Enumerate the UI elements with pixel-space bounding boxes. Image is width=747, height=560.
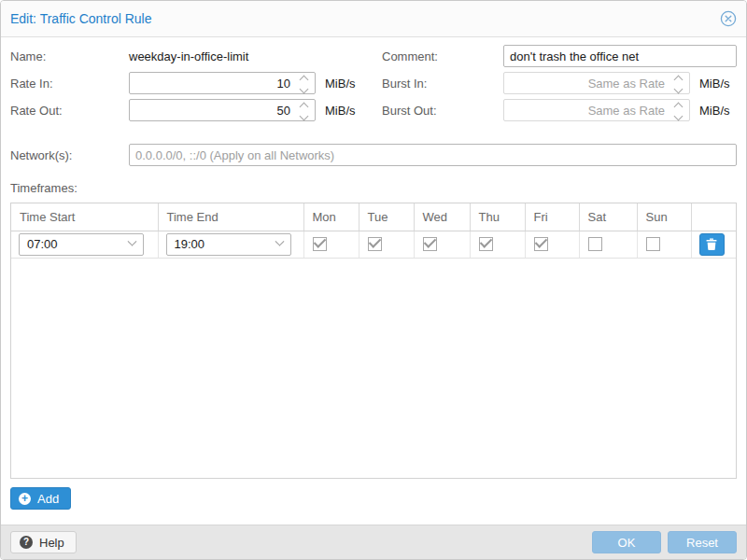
help-button-label: Help: [39, 536, 64, 550]
burst-in-label: Burst In:: [382, 77, 503, 91]
column-header-fri[interactable]: Fri: [525, 203, 579, 231]
form-column-right: Comment: Burst In: MiB/s Burst O: [382, 45, 737, 126]
spinner-up-icon[interactable]: [673, 76, 683, 85]
column-header-wed[interactable]: Wed: [414, 203, 470, 231]
plus-circle-icon: +: [19, 493, 31, 505]
burst-in-row: Burst In: MiB/s: [382, 72, 737, 94]
name-row: Name: weekday-in-office-limit: [10, 45, 382, 67]
reset-button[interactable]: Reset: [668, 531, 737, 553]
day-checkbox-thu[interactable]: [479, 237, 493, 251]
dialog-header: Edit: Traffic Control Rule: [1, 1, 746, 37]
dialog-body: Name: weekday-in-office-limit Rate In: M…: [1, 37, 746, 525]
networks-input[interactable]: [129, 144, 737, 166]
chevron-down-icon: [128, 237, 137, 246]
burst-out-input[interactable]: [503, 99, 690, 121]
timeframes-header-row: Time Start Time End Mon Tue Wed Thu Fri …: [11, 203, 736, 231]
question-circle-icon: ?: [20, 536, 33, 549]
burst-out-spinner-buttons[interactable]: [672, 102, 684, 119]
time-end-value: 19:00: [175, 237, 205, 251]
timeframe-row: 07:00 19:00: [11, 231, 736, 258]
timeframes-table: Time Start Time End Mon Tue Wed Thu Fri …: [10, 203, 737, 479]
rate-out-label: Rate Out:: [10, 104, 129, 118]
edit-traffic-control-rule-dialog: Edit: Traffic Control Rule Name: weekday…: [0, 0, 747, 560]
add-timeframe-button[interactable]: + Add: [10, 487, 71, 510]
day-checkbox-mon[interactable]: [313, 237, 327, 251]
column-header-sun[interactable]: Sun: [637, 203, 691, 231]
burst-out-row: Burst Out: MiB/s: [382, 99, 737, 121]
form-column-left: Name: weekday-in-office-limit Rate In: M…: [10, 45, 382, 126]
day-checkbox-wed[interactable]: [423, 237, 437, 251]
ok-button[interactable]: OK: [592, 531, 661, 553]
rate-out-input[interactable]: [129, 99, 316, 121]
column-header-mon[interactable]: Mon: [303, 203, 359, 231]
burst-in-field: [503, 72, 690, 94]
burst-out-field: [503, 99, 690, 121]
comment-input[interactable]: [503, 45, 737, 67]
rate-out-unit: MiB/s: [325, 104, 356, 118]
rate-out-row: Rate Out: MiB/s: [10, 99, 382, 121]
form-grid: Name: weekday-in-office-limit Rate In: M…: [10, 45, 737, 126]
name-value: weekday-in-office-limit: [129, 49, 248, 63]
close-icon[interactable]: [720, 10, 737, 27]
column-header-actions: [691, 203, 736, 231]
burst-out-label: Burst Out:: [382, 104, 503, 118]
networks-row: Network(s):: [10, 144, 737, 166]
dialog-title: Edit: Traffic Control Rule: [10, 11, 151, 26]
time-start-value: 07:00: [27, 237, 58, 251]
chevron-down-icon: [275, 237, 284, 246]
name-label: Name:: [10, 49, 129, 63]
timeframes-label: Timeframes:: [10, 181, 737, 195]
rate-in-input[interactable]: [129, 72, 316, 94]
column-header-thu[interactable]: Thu: [470, 203, 525, 231]
time-start-combo[interactable]: 07:00: [19, 233, 144, 256]
spinner-up-icon[interactable]: [299, 76, 308, 85]
rate-in-row: Rate In: MiB/s: [10, 72, 382, 94]
time-end-combo[interactable]: 19:00: [166, 233, 291, 256]
burst-out-unit: MiB/s: [699, 104, 730, 118]
rate-in-unit: MiB/s: [325, 77, 356, 91]
column-header-sat[interactable]: Sat: [579, 203, 637, 231]
column-header-time-start[interactable]: Time Start: [11, 203, 158, 231]
column-header-time-end[interactable]: Time End: [158, 203, 303, 231]
burst-in-unit: MiB/s: [699, 77, 730, 91]
day-checkbox-sun[interactable]: [646, 237, 660, 251]
day-checkbox-tue[interactable]: [368, 237, 382, 251]
column-header-tue[interactable]: Tue: [359, 203, 414, 231]
networks-label: Network(s):: [10, 148, 129, 162]
burst-in-spinner-buttons[interactable]: [672, 75, 684, 91]
spinner-up-icon[interactable]: [673, 103, 683, 112]
comment-row: Comment:: [382, 45, 737, 67]
day-checkbox-fri[interactable]: [534, 237, 548, 251]
delete-row-button[interactable]: [699, 233, 725, 256]
dialog-footer: ? Help OK Reset: [1, 525, 746, 559]
help-button[interactable]: ? Help: [10, 531, 77, 553]
day-checkbox-sat[interactable]: [588, 237, 602, 251]
trash-icon: [706, 238, 717, 250]
burst-in-input[interactable]: [503, 72, 690, 94]
rate-out-field: [129, 99, 316, 121]
rate-out-spinner-buttons[interactable]: [298, 102, 309, 119]
spinner-up-icon[interactable]: [299, 103, 308, 112]
rate-in-label: Rate In:: [10, 77, 129, 91]
add-button-label: Add: [37, 492, 59, 506]
comment-label: Comment:: [382, 49, 503, 63]
rate-in-field: [129, 72, 316, 94]
rate-in-spinner-buttons[interactable]: [298, 75, 309, 91]
